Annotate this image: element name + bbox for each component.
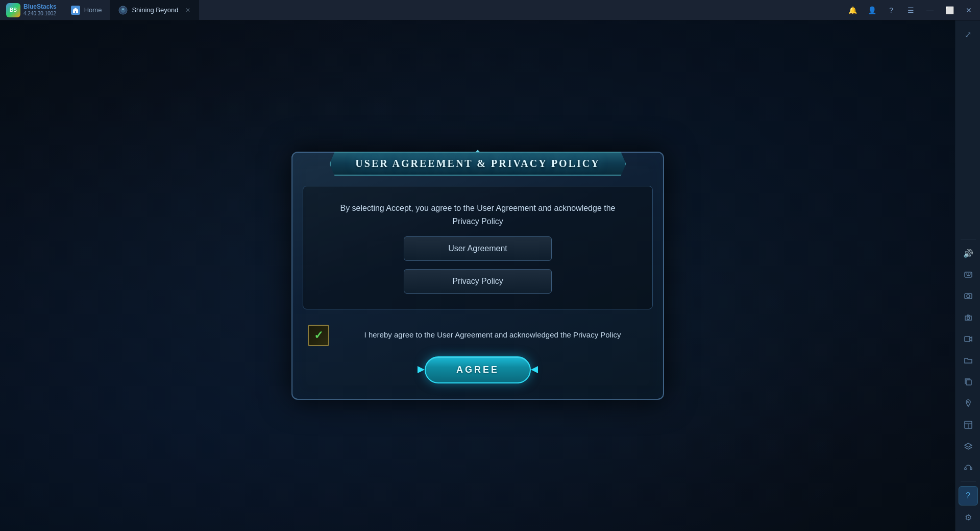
help-special-icon[interactable]: ? (959, 486, 978, 505)
maximize-button[interactable]: ⬜ (940, 1, 959, 19)
user-agreement-dialog: ◆ USER AGREEMENT & PRIVACY POLICY By sel… (291, 152, 664, 399)
svg-rect-17 (970, 468, 972, 470)
svg-rect-16 (965, 468, 966, 470)
svg-rect-10 (965, 336, 970, 342)
home-icon (71, 6, 80, 15)
tab-bar: Home Shining Beyond ✕ (63, 0, 200, 20)
tab-home[interactable]: Home (63, 0, 111, 20)
folder-icon[interactable] (959, 351, 978, 370)
content-box: By selecting Accept, you agree to the Us… (303, 186, 653, 309)
menu-button[interactable]: ☰ (901, 1, 920, 19)
titlebar: BS BlueStacks 4.240.30.1002 Home Shi (0, 0, 980, 20)
checkmark-icon: ✓ (314, 329, 323, 342)
dialog-title-banner: ◆ USER AGREEMENT & PRIVACY POLICY (292, 153, 663, 176)
record-icon[interactable] (959, 329, 978, 349)
bluestacks-logo: BS BlueStacks 4.240.30.1002 (0, 3, 63, 17)
checkbox-row: ✓ I hereby agree to the User Agreement a… (292, 320, 663, 351)
agree-button-inner: AGREE (425, 356, 531, 383)
agree-checkbox[interactable]: ✓ (308, 325, 329, 346)
svg-point-12 (967, 401, 969, 403)
svg-rect-5 (970, 274, 971, 275)
screenshot-icon[interactable] (959, 286, 978, 306)
logo-icon: BS (6, 3, 20, 17)
camera-icon[interactable] (959, 308, 978, 327)
svg-point-9 (967, 317, 969, 320)
close-button[interactable]: ✕ (960, 1, 978, 19)
svg-rect-3 (966, 274, 967, 275)
help-button[interactable]: ? (882, 1, 900, 19)
expand-icon[interactable]: ⤢ (959, 25, 978, 44)
notification-button[interactable]: 🔔 (843, 1, 862, 19)
main-area: ◆ USER AGREEMENT & PRIVACY POLICY By sel… (0, 20, 980, 531)
sidebar-divider-2 (961, 481, 976, 482)
tab-shining-beyond[interactable]: Shining Beyond ✕ (110, 0, 199, 20)
headset-icon[interactable] (959, 458, 978, 477)
settings-icon[interactable]: ⚙ (959, 508, 978, 527)
keymap-icon[interactable] (959, 265, 978, 284)
title-shape: USER AGREEMENT & PRIVACY POLICY (330, 152, 626, 176)
account-button[interactable]: 👤 (863, 1, 881, 19)
game-icon (118, 6, 128, 15)
window-controls: 🔔 👤 ? ☰ — ⬜ ✕ (843, 1, 980, 19)
user-agreement-button[interactable]: User Agreement (404, 236, 552, 261)
svg-rect-11 (966, 380, 971, 385)
copy-icon[interactable] (959, 372, 978, 392)
svg-rect-4 (968, 274, 969, 275)
game-viewport: ◆ USER AGREEMENT & PRIVACY POLICY By sel… (0, 20, 955, 531)
sidebar-divider-1 (961, 239, 976, 239)
privacy-policy-button[interactable]: Privacy Policy (404, 269, 552, 294)
description-text: By selecting Accept, you agree to the Us… (340, 202, 616, 228)
layers-icon[interactable] (959, 437, 978, 456)
dialog-title: USER AGREEMENT & PRIVACY POLICY (355, 158, 600, 169)
logo-text: BlueStacks 4.240.30.1002 (23, 3, 57, 16)
minimize-button[interactable]: — (921, 1, 939, 19)
svg-rect-2 (965, 272, 972, 277)
volume-icon[interactable]: 🔊 (959, 244, 978, 263)
svg-rect-6 (967, 275, 970, 276)
agree-button[interactable]: AGREE (425, 356, 531, 383)
panel-icon[interactable] (959, 415, 978, 435)
location-icon[interactable] (959, 394, 978, 413)
tab-close-icon[interactable]: ✕ (185, 7, 190, 14)
checkbox-label: I hereby agree to the User Agreement and… (337, 329, 648, 341)
svg-point-8 (967, 295, 970, 298)
right-sidebar: ⤢ 🔊 (955, 20, 980, 531)
agree-button-wrapper: AGREE (292, 356, 663, 383)
tab-home-label: Home (84, 6, 102, 14)
tab-game-label: Shining Beyond (132, 6, 178, 14)
